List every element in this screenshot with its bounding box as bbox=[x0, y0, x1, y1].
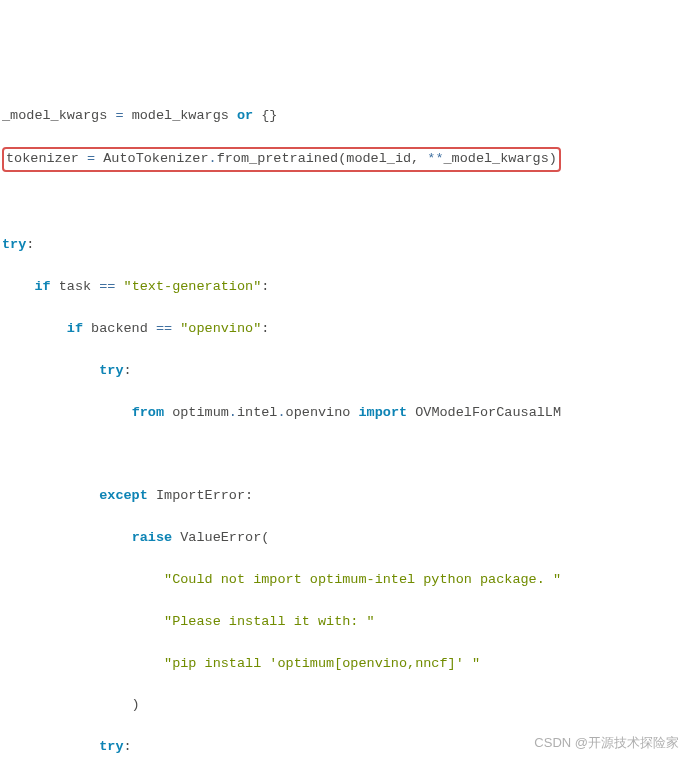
code-line bbox=[2, 444, 685, 465]
code-line: "Please install it with: " bbox=[2, 612, 685, 633]
code-line: except ImportError: bbox=[2, 486, 685, 507]
code-line: ) bbox=[2, 695, 685, 716]
code-block: _model_kwargs = model_kwargs or {} token… bbox=[2, 85, 685, 761]
code-line-highlighted: tokenizer = AutoTokenizer.from_pretraine… bbox=[2, 147, 685, 172]
code-line bbox=[2, 193, 685, 214]
code-line: if task == "text-generation": bbox=[2, 277, 685, 298]
code-line: raise ValueError( bbox=[2, 528, 685, 549]
watermark: CSDN @开源技术探险家 bbox=[534, 733, 679, 753]
code-line: try: bbox=[2, 235, 685, 256]
code-line: try: bbox=[2, 361, 685, 382]
highlight-box: tokenizer = AutoTokenizer.from_pretraine… bbox=[2, 147, 561, 172]
code-line: from optimum.intel.openvino import OVMod… bbox=[2, 403, 685, 424]
code-line: if backend == "openvino": bbox=[2, 319, 685, 340]
code-line: "Could not import optimum-intel python p… bbox=[2, 570, 685, 591]
code-line: "pip install 'optimum[openvino,nncf]' " bbox=[2, 654, 685, 675]
code-line: _model_kwargs = model_kwargs or {} bbox=[2, 106, 685, 127]
